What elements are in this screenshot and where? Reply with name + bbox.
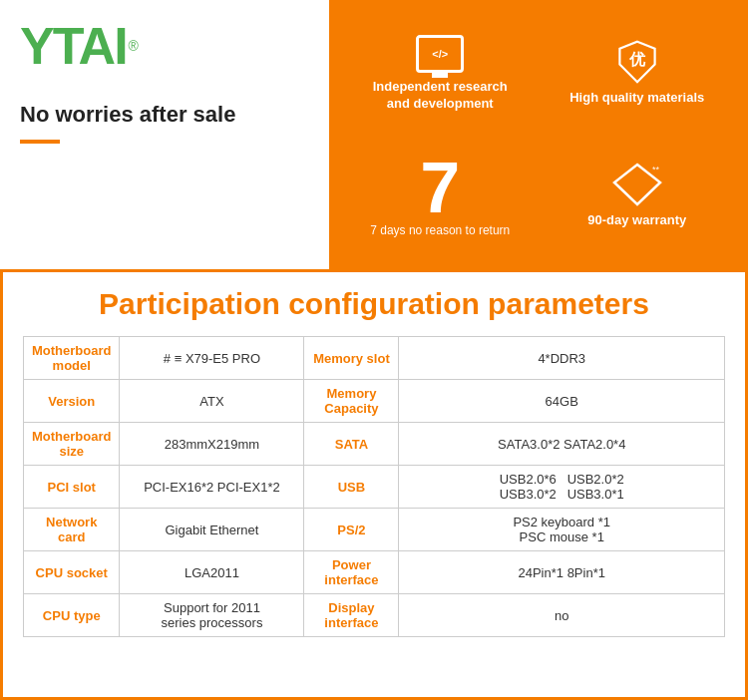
- value-cpu-type: Support for 2011series processors: [120, 594, 304, 637]
- diamond-icon: **: [612, 163, 662, 206]
- table-row: Motherboardsize 283mmX219mm SATA SATA3.0…: [24, 423, 725, 466]
- table-row: CPU socket LGA2011 Powerinterface 24Pin*…: [24, 551, 725, 594]
- label-ps2: PS/2: [304, 509, 399, 551]
- value-power-interface: 24Pin*1 8Pin*1: [399, 551, 725, 594]
- value-cpu-socket: LGA2011: [120, 551, 304, 594]
- value-memory-slot: 4*DDR3: [399, 337, 725, 380]
- logo-text: YTAI: [20, 20, 127, 72]
- table-row: PCI slot PCI-EX16*2 PCI-EX1*2 USB USB2.0…: [24, 466, 725, 509]
- feature-label-7days: 7 days no reason to return: [370, 223, 510, 239]
- label-motherboard-model: Motherboardmodel: [24, 337, 120, 380]
- brand-area: YTAI ® No worries after sale: [0, 0, 329, 269]
- table-row: Motherboardmodel # ≡ X79-E5 PRO Memory s…: [24, 337, 725, 380]
- label-cpu-type: CPU type: [24, 594, 120, 637]
- table-row: Version ATX MemoryCapacity 64GB: [24, 380, 725, 423]
- value-version: ATX: [120, 380, 304, 423]
- label-version: Version: [24, 380, 120, 423]
- label-usb: USB: [304, 466, 399, 509]
- label-network-card: Network card: [24, 509, 120, 551]
- label-cpu-socket: CPU socket: [24, 551, 120, 594]
- section-title: Participation configuration parameters: [23, 287, 725, 321]
- label-sata: SATA: [304, 423, 399, 466]
- feature-90day: ** 90-day warranty: [542, 138, 734, 255]
- seven-number: 7: [420, 152, 460, 223]
- orange-line-decoration: [20, 140, 60, 144]
- logo-registered: ®: [129, 38, 139, 54]
- label-motherboard-size: Motherboardsize: [24, 423, 120, 466]
- features-grid: </> Independent researchand development …: [329, 0, 748, 269]
- feature-independent-research: </> Independent researchand development: [344, 15, 537, 133]
- label-memory-capacity: MemoryCapacity: [304, 380, 399, 423]
- shield-icon: 优: [615, 40, 659, 84]
- value-ps2: PS2 keyboard *1PSC mouse *1: [399, 509, 725, 551]
- value-pci-slot: PCI-EX16*2 PCI-EX1*2: [120, 466, 304, 509]
- config-table: Motherboardmodel # ≡ X79-E5 PRO Memory s…: [23, 336, 725, 637]
- label-pci-slot: PCI slot: [24, 466, 120, 509]
- svg-text:**: **: [652, 165, 660, 175]
- logo-area: YTAI ®: [20, 20, 309, 72]
- params-section: Participation configuration parameters M…: [0, 269, 748, 700]
- label-display-interface: Displayinterface: [304, 594, 399, 637]
- value-network-card: Gigabit Ethernet: [120, 509, 304, 551]
- value-motherboard-size: 283mmX219mm: [120, 423, 304, 466]
- svg-text:优: 优: [628, 51, 646, 68]
- top-section: YTAI ® No worries after sale </> Indepen…: [0, 0, 748, 269]
- value-sata: SATA3.0*2 SATA2.0*4: [399, 423, 725, 466]
- table-row: Network card Gigabit Ethernet PS/2 PS2 k…: [24, 509, 725, 551]
- value-motherboard-model: # ≡ X79-E5 PRO: [120, 337, 304, 380]
- label-power-interface: Powerinterface: [304, 551, 399, 594]
- feature-label-90day: 90-day warranty: [587, 212, 686, 229]
- feature-high-quality: 优 High quality materials: [542, 15, 734, 133]
- table-row: CPU type Support for 2011series processo…: [24, 594, 725, 637]
- screen-icon: </>: [416, 35, 464, 73]
- value-memory-capacity: 64GB: [399, 380, 725, 423]
- tagline: No worries after sale: [20, 102, 309, 128]
- feature-7days: 7 7 days no reason to return: [344, 138, 537, 255]
- value-display-interface: no: [399, 594, 725, 637]
- feature-label-research: Independent researchand development: [373, 79, 508, 113]
- value-usb: USB2.0*6 USB2.0*2USB3.0*2 USB3.0*1: [399, 466, 725, 509]
- label-memory-slot: Memory slot: [304, 337, 399, 380]
- feature-label-quality: High quality materials: [569, 90, 704, 107]
